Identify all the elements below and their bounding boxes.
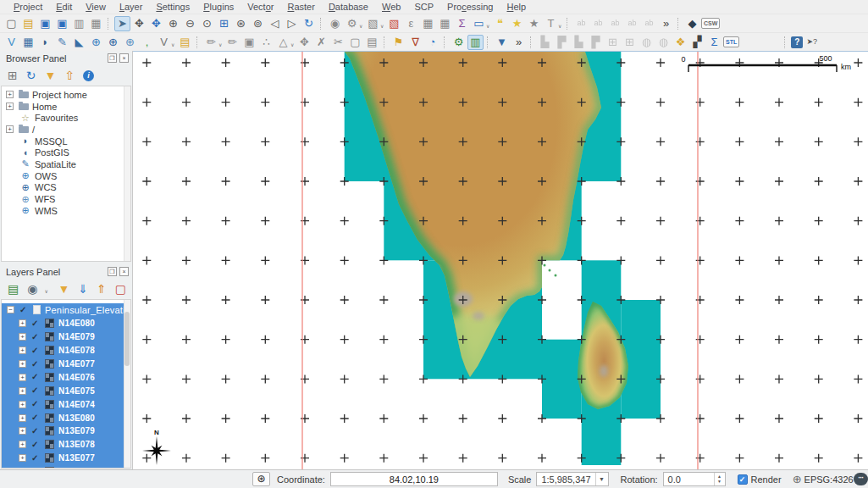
menu-plugins[interactable]: Plugins [196,2,240,12]
browser-close-button[interactable]: × [119,53,129,63]
filter-legend-icon[interactable]: ▼ [58,283,69,295]
current-edits-icon-dropdown[interactable]: ∨ [218,42,224,47]
layer-row-n13e079[interactable]: +✓N13E079 [2,424,130,438]
browser-item-wfs[interactable]: ⊕WFS [2,193,130,205]
browser-item--[interactable]: +/ [2,124,130,136]
layer-checkbox[interactable]: ✓ [31,373,40,381]
identify-features-icon[interactable]: ◉ [327,16,343,31]
manage-map-themes-icon[interactable]: ◉ [27,283,37,295]
rotation-spinner[interactable]: 0.0 ▲▼ [663,472,726,486]
zoom-to-layer-icon[interactable]: ⊚ [250,16,266,31]
pinned-labels-icon[interactable]: ab [641,16,657,31]
expand-icon[interactable]: + [6,125,14,133]
menu-view[interactable]: View [79,2,113,12]
scp-band-processing-icon[interactable]: ▞ [689,35,705,50]
crs-status-button[interactable]: EPSG:4326 [804,474,854,485]
save-layer-edits-icon[interactable]: ▣ [241,35,257,50]
select-by-expression-icon[interactable]: ε [403,16,419,31]
layer-row-partial[interactable]: +✓ [2,465,130,469]
scp-roi-histogram-2-icon[interactable]: ▛ [554,35,570,50]
expand-icon[interactable]: + [6,103,14,110]
map-tips-icon[interactable]: ❝ [492,16,508,31]
pan-map-icon[interactable]: ✥ [131,16,147,31]
expand-icon[interactable]: + [19,333,26,341]
layer-row-n13e080[interactable]: +✓N13E080 [2,411,130,424]
browser-item-postgis[interactable]: ◖PostGIS [2,147,130,158]
grass-tools-icon[interactable]: ◆ [684,16,700,31]
scp-classification-2-icon[interactable]: ⊞ [622,35,638,50]
new-bookmark-icon[interactable]: ★ [509,16,525,31]
remove-layer-icon[interactable]: ▢ [115,283,126,295]
vertex-tool-icon[interactable]: △ [275,35,291,50]
collapse-icon[interactable]: − [7,306,14,313]
add-wcs-layer-icon[interactable]: ⊕ [88,35,104,50]
scp-spectral-plot-icon[interactable]: Σ [706,35,722,50]
expand-icon[interactable]: + [19,387,26,395]
layer-checkbox[interactable]: ✓ [31,386,40,395]
map-canvas[interactable]: 0 500 km N [133,51,868,469]
browser-item-spatialite[interactable]: ✎SpatiaLite [2,158,130,170]
browser-item-mssql[interactable]: ◗MSSQL [2,136,130,147]
layer-row-n14e076[interactable]: +✓N14E076 [2,370,130,384]
locator-button[interactable]: ⊛ [252,472,270,486]
expand-icon[interactable]: + [19,454,26,462]
layer-checkbox[interactable]: ✓ [31,333,40,341]
menu-raster[interactable]: Raster [280,2,321,12]
toolbar-overflow-2-icon[interactable]: » [511,35,527,50]
add-raster-layer-icon[interactable]: ▦ [20,35,36,50]
new-print-layout-icon[interactable]: ▥ [71,16,87,31]
messages-button[interactable]: ··· [854,473,868,485]
layer-row-n14e080[interactable]: +✓N14E080 [2,317,130,330]
menu-processing[interactable]: Processing [440,2,500,12]
deselect-features-icon[interactable]: ▧ [386,16,402,31]
scp-dock-icon[interactable]: ▥ [467,35,484,50]
scp-signature-2-icon[interactable]: ▛ [588,35,604,50]
expand-icon[interactable]: + [6,91,14,98]
layer-row-n14e078[interactable]: +✓N14E078 [2,344,130,358]
expand-icon[interactable]: + [19,441,26,448]
vertex-tool-icon-dropdown[interactable]: ∨ [290,42,296,47]
properties-widget-icon[interactable]: i [83,70,94,81]
new-project-icon[interactable]: ▢ [3,16,19,31]
layer-row-n14e074[interactable]: +✓N14E074 [2,397,130,411]
paste-layer-style-icon[interactable]: ▤ [177,35,193,50]
rotation-spin-arrows[interactable]: ▲▼ [714,473,725,485]
menu-database[interactable]: Database [322,2,375,12]
expand-icon[interactable]: + [19,360,26,368]
whats-this-icon[interactable]: ➤? [804,35,820,50]
delete-selected-icon[interactable]: ✗ [313,35,329,50]
layout-manager-icon[interactable]: ▦ [88,16,104,31]
paste-features-icon[interactable]: ▤ [364,35,380,50]
diagram-options-icon[interactable]: ab [624,16,640,31]
layers-scrollbar[interactable] [124,300,130,468]
scale-combo[interactable]: 1:5,985,347 ▼ [536,472,608,486]
select-features-icon-dropdown[interactable]: ∨ [380,23,385,29]
browser-item-project-home[interactable]: +Project home [2,89,130,101]
layer-checkbox[interactable]: ✓ [31,468,40,469]
browser-item-favourites[interactable]: ☆Favourites [2,112,130,124]
add-vector-layer-icon[interactable]: V [3,35,19,50]
processing-toolbox-icon[interactable]: ⚙ [451,35,467,50]
layers-float-button[interactable]: ❐ [108,267,117,276]
expand-icon[interactable]: + [19,427,26,435]
statistical-summary-icon[interactable]: Σ [454,16,470,31]
scp-preview-2-icon[interactable]: ◍ [655,35,672,50]
expand-icon[interactable]: + [19,468,26,469]
expand-icon[interactable]: + [19,319,26,327]
temporal-controller-icon[interactable]: ◔ [424,35,440,50]
advanced-digitizing-icon[interactable]: ∇ [407,35,423,50]
layers-close-button[interactable]: × [119,267,129,276]
expand-icon[interactable]: + [19,401,26,408]
layer-row-n14e075[interactable]: +✓N14E075 [2,384,130,397]
open-layer-styling-icon[interactable]: ▤ [8,283,19,295]
select-features-icon[interactable]: ▧ [365,16,381,31]
add-virtual-layer-icon-dropdown[interactable]: ∨ [171,42,176,47]
scp-band-set-icon[interactable]: ❖ [672,35,688,50]
expand-icon[interactable]: + [19,347,26,354]
add-selected-layers-icon[interactable]: ⊞ [8,69,18,81]
run-feature-action-icon-dropdown[interactable]: ∨ [359,23,364,29]
add-wfs-layer-icon[interactable]: ⊕ [122,35,138,50]
expand-icon[interactable]: + [19,374,26,381]
scp-roi-histogram-icon[interactable]: ▙ [537,35,553,50]
layer-row-n14e079[interactable]: +✓N14E079 [2,330,130,344]
